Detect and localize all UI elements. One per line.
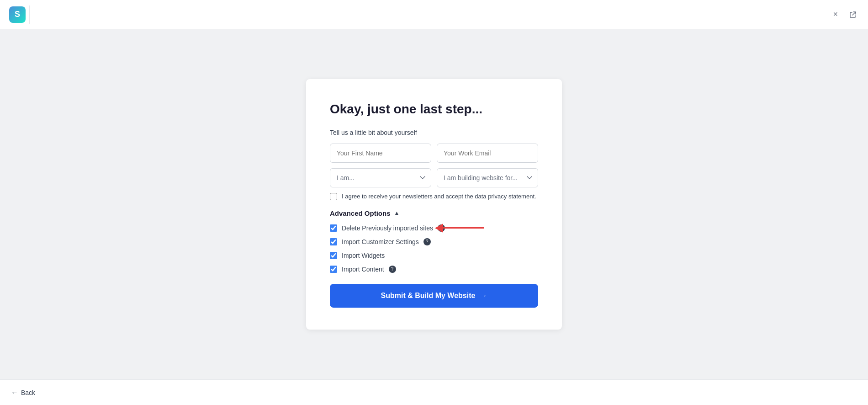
divider <box>29 5 30 24</box>
advanced-options-label: Advanced Options <box>330 209 391 217</box>
role-select[interactable]: I am... <box>330 168 431 187</box>
work-email-input[interactable] <box>437 144 538 163</box>
import-customizer-help-icon[interactable]: ? <box>423 238 431 245</box>
back-button[interactable]: ← Back <box>11 389 35 397</box>
arrow-head <box>435 224 443 233</box>
import-widgets-label[interactable]: Import Widgets <box>342 252 385 259</box>
back-arrow-icon: ← <box>11 389 18 397</box>
newsletter-label[interactable]: I agree to receive your newsletters and … <box>342 193 536 200</box>
option-import-content: Import Content ? <box>330 266 538 273</box>
arrow-body <box>443 227 484 229</box>
import-content-help-icon[interactable]: ? <box>389 266 396 273</box>
red-arrow-annotation <box>435 224 484 233</box>
newsletter-checkbox[interactable] <box>330 193 337 200</box>
advanced-options-toggle[interactable]: Advanced Options ▲ <box>330 209 538 217</box>
option-import-customizer: Import Customizer Settings ? <box>330 238 538 245</box>
top-bar-actions: × <box>831 8 859 21</box>
name-email-row <box>330 144 538 163</box>
delete-sites-checkbox[interactable] <box>330 224 337 232</box>
chevron-up-icon: ▲ <box>394 210 400 216</box>
import-customizer-label[interactable]: Import Customizer Settings <box>342 238 419 245</box>
form-card: Okay, just one last step... Tell us a li… <box>306 79 562 329</box>
building-select[interactable]: I am building website for... <box>437 168 538 187</box>
back-label: Back <box>21 389 35 396</box>
form-subtitle: Tell us a little bit about yourself <box>330 129 538 136</box>
import-content-label[interactable]: Import Content <box>342 266 384 273</box>
app-logo: S <box>9 6 26 23</box>
option-import-widgets: Import Widgets <box>330 252 538 259</box>
import-content-checkbox[interactable] <box>330 266 337 273</box>
external-link-icon <box>849 11 857 19</box>
submit-arrow-icon: → <box>480 292 487 300</box>
import-customizer-checkbox[interactable] <box>330 238 337 245</box>
option-delete-sites: Delete Previously imported sites ? <box>330 224 538 232</box>
submit-button[interactable]: Submit & Build My Website → <box>330 284 538 308</box>
delete-sites-label[interactable]: Delete Previously imported sites <box>342 224 433 232</box>
close-button[interactable]: × <box>831 8 840 21</box>
first-name-input[interactable] <box>330 144 431 163</box>
import-widgets-checkbox[interactable] <box>330 252 337 259</box>
external-link-button[interactable] <box>847 9 859 21</box>
role-building-row: I am... I am building website for... <box>330 168 538 187</box>
bottom-bar: ← Back <box>0 379 868 405</box>
logo-area: S <box>9 5 33 24</box>
main-content: Okay, just one last step... Tell us a li… <box>0 29 868 379</box>
card-title: Okay, just one last step... <box>330 101 538 117</box>
newsletter-checkbox-row: I agree to receive your newsletters and … <box>330 193 538 200</box>
top-bar: S × <box>0 0 868 29</box>
submit-label: Submit & Build My Website <box>381 292 476 300</box>
